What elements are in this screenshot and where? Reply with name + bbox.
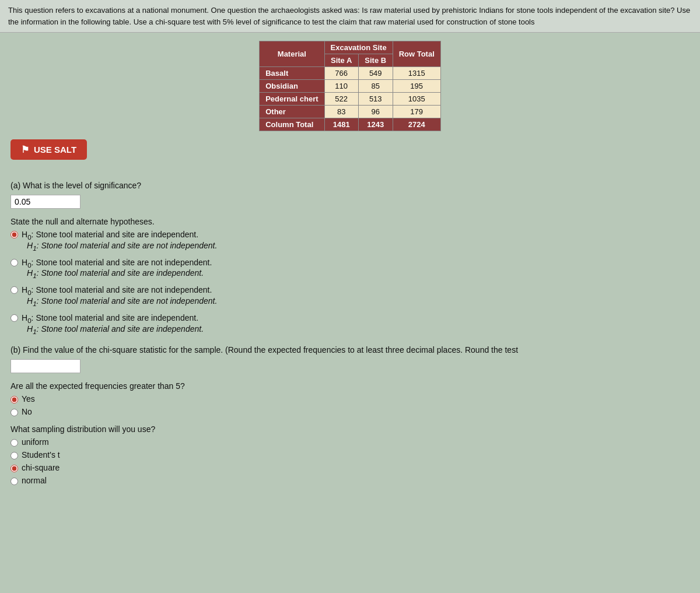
h1-3: H1: Stone tool material and site are not… bbox=[27, 296, 690, 307]
top-bar-text: This question refers to excavations at a… bbox=[8, 6, 690, 26]
expected-freq-no: No bbox=[10, 407, 690, 416]
table-cell-r0-c2: 549 bbox=[358, 67, 393, 80]
sampling-student-t: Student's t bbox=[10, 450, 690, 459]
sampling-normal-label: normal bbox=[22, 476, 47, 485]
table-cell-r2-c2: 513 bbox=[358, 93, 393, 106]
chi-square-input[interactable] bbox=[10, 359, 80, 373]
sampling-student-t-radio[interactable] bbox=[10, 452, 18, 459]
hypothesis-option-3: H0: Stone tool material and site are not… bbox=[10, 285, 690, 307]
table-cell-r3-c1: 83 bbox=[324, 106, 358, 118]
data-table: Material Excavation Site Row Total Site … bbox=[259, 41, 441, 131]
col-site-a: Site A bbox=[324, 54, 358, 67]
expected-freq-yes-label: Yes bbox=[22, 394, 35, 403]
table-cell-r4-c0: Column Total bbox=[260, 118, 324, 131]
sampling-chi-square: chi-square bbox=[10, 463, 690, 472]
sampling-chi-square-radio[interactable] bbox=[10, 465, 18, 472]
hypothesis-option-1: H0: Stone tool material and site are ind… bbox=[10, 230, 690, 252]
hypothesis-option-2: H0: Stone tool material and site are not… bbox=[10, 258, 690, 280]
salt-icon: ⚑ bbox=[21, 144, 29, 155]
table-cell-r3-c3: 179 bbox=[393, 106, 440, 118]
table-cell-r2-c0: Pedernal chert bbox=[260, 93, 324, 106]
expected-freq-no-radio[interactable] bbox=[10, 409, 18, 416]
table-cell-r1-c3: 195 bbox=[393, 80, 440, 93]
table-cell-r4-c1: 1481 bbox=[324, 118, 358, 131]
table-cell-r3-c0: Other bbox=[260, 106, 324, 118]
table-cell-r4-c2: 1243 bbox=[358, 118, 393, 131]
expected-freq-no-label: No bbox=[22, 407, 32, 416]
expected-freq-yes-radio[interactable] bbox=[10, 396, 18, 403]
hypothesis-radio-3[interactable] bbox=[10, 286, 18, 294]
sampling-normal: normal bbox=[10, 476, 690, 485]
hypothesis-radio-4[interactable] bbox=[10, 314, 18, 322]
sampling-uniform: uniform bbox=[10, 437, 690, 447]
table-cell-r0-c0: Basalt bbox=[260, 67, 324, 80]
h1-1: H1: Stone tool material and site are not… bbox=[27, 241, 690, 252]
part-a: (a) What is the level of significance? S… bbox=[10, 181, 690, 335]
sampling-student-t-label: Student's t bbox=[22, 450, 60, 459]
sampling-uniform-label: uniform bbox=[22, 437, 49, 447]
col-material: Material bbox=[260, 41, 324, 67]
part-b: (b) Find the value of the chi-square sta… bbox=[10, 345, 690, 485]
use-salt-label: USE SALT bbox=[34, 145, 76, 155]
h1-4: H1: Stone tool material and site are ind… bbox=[27, 324, 690, 335]
expected-freq-label: Are all the expected frequencies greater… bbox=[10, 381, 690, 391]
table-cell-r1-c0: Obsidian bbox=[260, 80, 324, 93]
table-cell-r4-c3: 2724 bbox=[393, 118, 440, 131]
table-cell-r1-c2: 85 bbox=[358, 80, 393, 93]
h0-1: H0: Stone tool material and site are ind… bbox=[22, 230, 198, 241]
h0-3: H0: Stone tool material and site are not… bbox=[22, 285, 212, 296]
col-excavation-site: Excavation Site bbox=[324, 41, 393, 54]
table-cell-r2-c1: 522 bbox=[324, 93, 358, 106]
sampling-label: What sampling distribution will you use? bbox=[10, 424, 690, 434]
top-bar: This question refers to excavations at a… bbox=[0, 0, 700, 33]
hypotheses-label: State the null and alternate hypotheses. bbox=[10, 217, 690, 226]
h1-2: H1: Stone tool material and site are ind… bbox=[27, 268, 690, 279]
hypothesis-radio-1[interactable] bbox=[10, 231, 18, 238]
table-cell-r0-c1: 766 bbox=[324, 67, 358, 80]
col-row-total: Row Total bbox=[393, 41, 440, 67]
table-cell-r3-c2: 96 bbox=[358, 106, 393, 118]
use-salt-button[interactable]: ⚑ USE SALT bbox=[10, 139, 87, 160]
hypothesis-option-4: H0: Stone tool material and site are ind… bbox=[10, 313, 690, 335]
table-cell-r1-c1: 110 bbox=[324, 80, 358, 93]
col-site-b: Site B bbox=[358, 54, 393, 67]
significance-input[interactable] bbox=[10, 195, 80, 209]
expected-freq-yes: Yes bbox=[10, 394, 690, 403]
sampling-normal-radio[interactable] bbox=[10, 478, 18, 485]
table-cell-r0-c3: 1315 bbox=[393, 67, 440, 80]
sampling-chi-square-label: chi-square bbox=[22, 463, 60, 472]
sampling-uniform-radio[interactable] bbox=[10, 439, 18, 447]
part-a-question: (a) What is the level of significance? bbox=[10, 181, 690, 190]
table-cell-r2-c3: 1035 bbox=[393, 93, 440, 106]
part-b-question: (b) Find the value of the chi-square sta… bbox=[10, 345, 690, 355]
h0-2: H0: Stone tool material and site are not… bbox=[22, 258, 212, 269]
hypothesis-radio-2[interactable] bbox=[10, 259, 18, 266]
data-table-wrapper: Material Excavation Site Row Total Site … bbox=[10, 41, 690, 131]
h0-4: H0: Stone tool material and site are ind… bbox=[22, 313, 198, 324]
